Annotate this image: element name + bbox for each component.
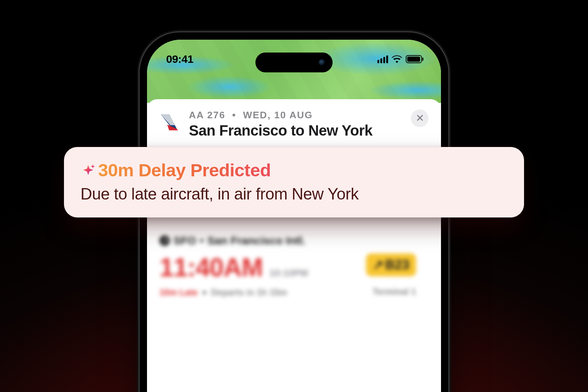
status-icons [377, 55, 422, 63]
flight-date: WED, 10 AUG [243, 109, 313, 121]
flight-code: AA 276 [189, 109, 225, 121]
departure-time: 11:40AM [159, 253, 263, 282]
departure-section: ↗ SFO • San Francisco Intl. 11:40AM 10:1… [159, 234, 429, 298]
late-by: 10m Late [159, 287, 198, 298]
prediction-headline: 30m Delay Predicted [98, 160, 271, 180]
close-button[interactable]: ✕ [411, 109, 429, 127]
departure-airport-name: San Francisco Intl. [207, 234, 305, 247]
flight-card[interactable]: AA 276 • WED, 10 AUG San Francisco to Ne… [147, 99, 441, 392]
card-header: AA 276 • WED, 10 AUG San Francisco to Ne… [159, 109, 429, 139]
battery-icon [406, 55, 422, 63]
header-text: AA 276 • WED, 10 AUG San Francisco to Ne… [189, 109, 402, 139]
airline-logo-icon [159, 112, 180, 132]
flight-meta: AA 276 • WED, 10 AUG [189, 109, 402, 121]
delay-prediction-callout[interactable]: 30m Delay Predicted Due to late aircraft… [64, 147, 524, 217]
close-icon: ✕ [416, 113, 424, 123]
gate-code: B23 [385, 257, 409, 273]
takeoff-icon: ↗ [159, 235, 170, 246]
terminal-label: Terminal 1 [373, 287, 416, 297]
departure-time-original: 10:10PM [269, 267, 308, 279]
gate-badge[interactable]: ↗ B23 [366, 253, 416, 276]
airport-separator: • [200, 234, 204, 247]
departs-in: Departs in 1h 15m [211, 287, 287, 298]
sub-separator: • [203, 287, 206, 298]
wifi-icon [392, 55, 402, 63]
cellular-signal-icon [377, 55, 388, 63]
prediction-reason: Due to late aircraft, in air from New Yo… [80, 185, 508, 203]
meta-separator: • [229, 109, 243, 121]
sparkle-icon [80, 162, 96, 178]
gate-icon: ↗ [373, 257, 384, 273]
departure-airport-code: SFO [173, 234, 196, 247]
departure-airport-line: ↗ SFO • San Francisco Intl. [159, 234, 429, 247]
prediction-headline-row: 30m Delay Predicted [80, 160, 508, 180]
status-time: 09:41 [166, 53, 193, 65]
status-bar: 09:41 [147, 53, 441, 65]
flight-route: San Francisco to New York [189, 122, 402, 139]
